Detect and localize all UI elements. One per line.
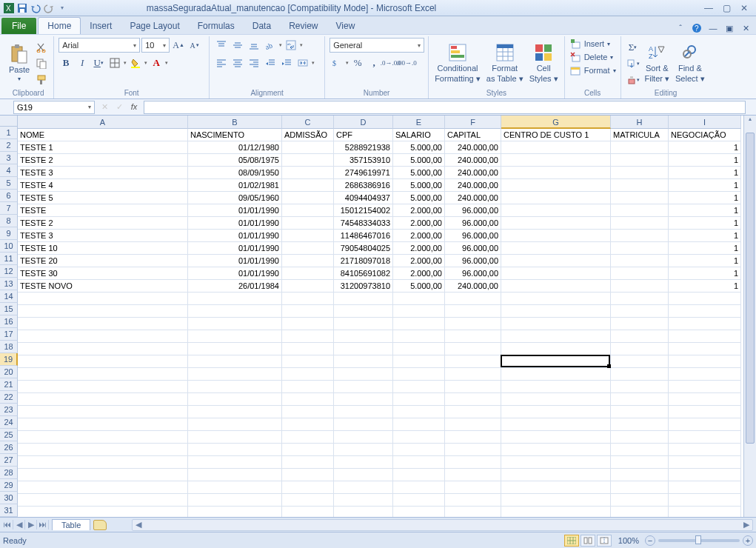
cell[interactable] — [501, 217, 611, 230]
comma-format-icon[interactable]: , — [367, 56, 381, 70]
cell[interactable] — [334, 469, 393, 481]
sort-filter-button[interactable]: AZ Sort & Filter ▾ — [643, 43, 672, 84]
redo-icon[interactable] — [43, 2, 55, 14]
cell[interactable] — [282, 393, 334, 406]
row-header[interactable]: 25 — [0, 429, 18, 441]
column-header-E[interactable]: E — [393, 116, 445, 129]
cell[interactable]: ADMISSÃO — [282, 129, 334, 141]
cell[interactable] — [611, 418, 669, 431]
find-select-button[interactable]: Find & Select ▾ — [674, 43, 706, 84]
cell[interactable] — [282, 355, 334, 368]
cell[interactable]: 5.000,00 — [393, 154, 445, 167]
cell[interactable]: 2686386916 — [334, 179, 393, 192]
workbook-minimize-icon[interactable]: — — [707, 22, 719, 34]
cell[interactable] — [445, 355, 501, 368]
cell[interactable] — [501, 242, 611, 255]
cell[interactable]: 1 — [669, 192, 741, 204]
cell[interactable]: 240.000,00 — [445, 154, 501, 167]
decrease-indent-icon[interactable] — [263, 56, 278, 70]
row-header[interactable]: 11 — [0, 253, 18, 265]
cell[interactable] — [611, 293, 669, 305]
cell[interactable] — [393, 494, 445, 507]
cell[interactable] — [282, 507, 334, 517]
cell[interactable] — [282, 305, 334, 318]
cell[interactable] — [18, 330, 188, 343]
cell[interactable] — [669, 368, 741, 381]
tab-insert[interactable]: Insert — [81, 18, 121, 34]
cell[interactable]: 96.000,00 — [445, 267, 501, 280]
cell[interactable] — [501, 481, 611, 494]
cell-styles-button[interactable]: Cell Styles ▾ — [528, 43, 560, 84]
cell[interactable] — [188, 305, 282, 318]
cell[interactable] — [669, 355, 741, 368]
delete-cells-button[interactable]: Delete ▾ — [569, 51, 616, 63]
cell[interactable] — [501, 330, 611, 343]
workbook-close-icon[interactable]: ✕ — [740, 22, 752, 34]
tab-file[interactable]: File — [1, 18, 36, 34]
clear-icon[interactable]: ▾ — [626, 73, 640, 87]
row-header[interactable]: 15 — [0, 303, 18, 315]
cell[interactable] — [501, 154, 611, 167]
cell[interactable] — [445, 444, 501, 456]
new-sheet-button[interactable] — [93, 520, 107, 530]
cell[interactable] — [282, 406, 334, 418]
tab-pagelayout[interactable]: Page Layout — [121, 18, 188, 34]
cell[interactable] — [611, 507, 669, 517]
row-header[interactable]: 20 — [0, 366, 18, 378]
cell[interactable] — [501, 230, 611, 242]
row-header[interactable]: 29 — [0, 479, 18, 492]
cell[interactable] — [501, 267, 611, 280]
cell[interactable] — [669, 305, 741, 318]
cell[interactable]: CENTRO DE CUSTO 1 — [501, 129, 611, 141]
cell[interactable] — [501, 141, 611, 154]
cell[interactable]: 240.000,00 — [445, 167, 501, 179]
font-color-button[interactable]: A — [149, 56, 164, 70]
cell[interactable] — [611, 141, 669, 154]
row-header[interactable]: 5 — [0, 177, 18, 190]
align-right-icon[interactable] — [247, 56, 261, 70]
cell[interactable] — [18, 494, 188, 507]
cell[interactable] — [393, 343, 445, 355]
cell[interactable] — [501, 179, 611, 192]
cell[interactable] — [393, 318, 445, 330]
cell[interactable] — [188, 355, 282, 368]
bold-button[interactable]: B — [58, 56, 73, 70]
cell[interactable] — [501, 494, 611, 507]
cell[interactable]: 1 — [669, 141, 741, 154]
cell[interactable] — [393, 444, 445, 456]
cell[interactable] — [334, 355, 393, 368]
cell[interactable]: 2.000,00 — [393, 242, 445, 255]
column-header-I[interactable]: I — [669, 116, 741, 129]
increase-decimal-icon[interactable]: .0→.00 — [383, 56, 398, 70]
cell[interactable]: 240.000,00 — [445, 192, 501, 204]
cell[interactable]: NOME — [18, 129, 188, 141]
cell[interactable]: 79054804025 — [334, 242, 393, 255]
cell[interactable] — [282, 154, 334, 167]
number-format-combo[interactable]: General▾ — [330, 38, 424, 53]
cell[interactable] — [334, 481, 393, 494]
row-header[interactable]: 21 — [0, 378, 18, 391]
row-header[interactable]: 19 — [0, 353, 18, 366]
cell[interactable]: 11486467016 — [334, 230, 393, 242]
cell[interactable] — [188, 381, 282, 393]
cell[interactable] — [18, 355, 188, 368]
cell[interactable] — [611, 343, 669, 355]
cell[interactable]: 96.000,00 — [445, 204, 501, 217]
workbook-restore-icon[interactable]: ▣ — [723, 22, 735, 34]
cell[interactable]: 2.000,00 — [393, 267, 445, 280]
column-header-H[interactable]: H — [611, 116, 669, 129]
format-cells-button[interactable]: Format ▾ — [569, 64, 616, 76]
cell[interactable] — [282, 230, 334, 242]
cell[interactable] — [611, 318, 669, 330]
cell[interactable] — [18, 469, 188, 481]
cell[interactable]: TESTE 20 — [18, 255, 188, 267]
cell[interactable] — [334, 418, 393, 431]
formula-input[interactable] — [144, 101, 746, 114]
row-header[interactable]: 16 — [0, 315, 18, 328]
cell[interactable] — [501, 431, 611, 444]
row-header[interactable]: 24 — [0, 416, 18, 429]
select-all-corner[interactable] — [0, 116, 18, 127]
cell[interactable] — [282, 418, 334, 431]
cell[interactable]: 96.000,00 — [445, 230, 501, 242]
cell[interactable] — [611, 355, 669, 368]
